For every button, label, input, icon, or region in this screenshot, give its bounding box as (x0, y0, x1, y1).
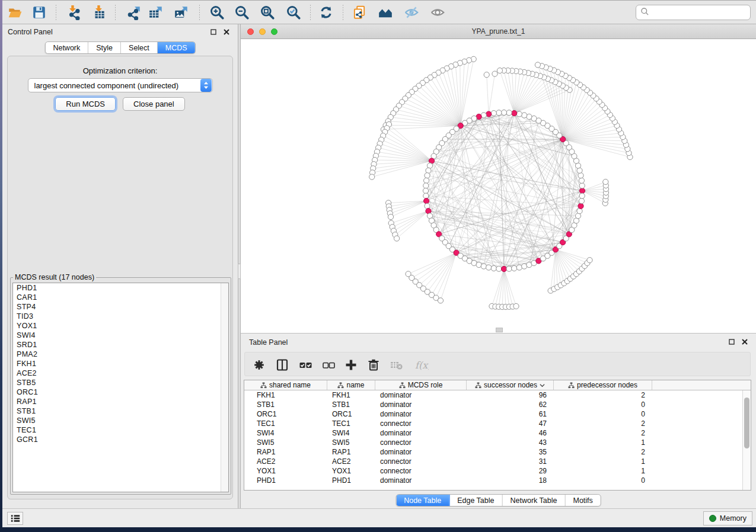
delete-columns-button[interactable] (366, 357, 381, 373)
mcds-result-item[interactable]: RAP1 (13, 397, 228, 406)
tab-select[interactable]: Select (121, 42, 158, 53)
mcds-result-item[interactable]: SRD1 (13, 340, 228, 350)
zoom-out-button[interactable] (232, 3, 251, 22)
show-all-button[interactable] (428, 3, 447, 22)
table-cell[interactable]: 18 (467, 476, 554, 485)
table-cell[interactable]: FKH1 (327, 390, 375, 400)
export-table-button[interactable] (146, 3, 165, 22)
scrollbar-thumb[interactable] (744, 398, 749, 448)
table-cell[interactable]: 1 (554, 466, 652, 476)
table-cell[interactable]: 0 (554, 476, 652, 485)
table-row[interactable]: YOX1YOX1connector291 (244, 466, 751, 476)
mcds-result-item[interactable]: SWI4 (13, 331, 228, 340)
refresh-network-button[interactable] (317, 3, 336, 22)
table-row[interactable]: TEC1TEC1connector472 (244, 419, 751, 428)
float-panel-icon[interactable] (209, 28, 218, 36)
table-cell[interactable]: 47 (467, 419, 554, 428)
first-neighbors-button[interactable] (376, 3, 395, 22)
table-cell[interactable]: SWI4 (244, 428, 327, 438)
tab-motifs[interactable]: Motifs (565, 495, 600, 506)
create-column-button[interactable] (343, 357, 359, 373)
table-cell[interactable]: YOX1 (244, 466, 327, 476)
mcds-result-list[interactable]: PHD1CAR1STP4TID3YOX1SWI4SRD1PMA2FKH1ACE2… (12, 283, 229, 492)
table-cell[interactable]: ACE2 (244, 457, 327, 466)
float-table-panel-icon[interactable] (728, 338, 736, 346)
show-column-button[interactable] (275, 357, 290, 373)
table-cell[interactable]: 29 (467, 466, 554, 476)
search-input[interactable] (649, 7, 750, 18)
table-cell[interactable]: SWI5 (327, 438, 375, 447)
table-scrollbar[interactable] (742, 390, 751, 490)
table-cell[interactable]: 35 (467, 447, 554, 457)
table-row[interactable]: RAP1RAP1dominator352 (244, 447, 751, 457)
table-row[interactable]: PHD1PHD1dominator180 (244, 476, 751, 485)
mcds-result-item[interactable]: STP4 (13, 302, 228, 312)
optimization-select[interactable]: largest connected component (undirected) (28, 78, 213, 92)
table-cell[interactable]: STB1 (327, 400, 375, 409)
table-cell[interactable]: FKH1 (244, 390, 327, 400)
list-scrollbar[interactable] (221, 283, 228, 492)
export-image-button[interactable] (172, 3, 191, 22)
table-cell[interactable]: 1 (554, 438, 652, 447)
table-cell[interactable]: RAP1 (244, 447, 327, 457)
memory-button[interactable]: Memory (703, 511, 752, 525)
table-cell[interactable]: 62 (467, 400, 554, 409)
network-graph[interactable] (241, 39, 756, 333)
table-cell[interactable]: 43 (467, 438, 554, 447)
horizontal-splitter-handle[interactable] (496, 328, 503, 332)
table-cell[interactable]: ORC1 (244, 409, 327, 419)
export-network-button[interactable] (125, 3, 143, 22)
table-cell[interactable]: 2 (554, 428, 652, 438)
network-canvas[interactable] (241, 39, 756, 333)
mcds-result-item[interactable]: GCR1 (13, 435, 228, 444)
open-session-button[interactable] (5, 3, 24, 22)
table-cell[interactable]: connector (375, 419, 467, 428)
import-table-button[interactable] (90, 3, 109, 22)
table-cell[interactable]: 2 (554, 419, 652, 428)
table-cell[interactable]: 1 (554, 457, 652, 466)
zoom-fit-button[interactable] (258, 3, 277, 22)
table-cell[interactable]: dominator (375, 390, 467, 400)
table-cell[interactable]: dominator (375, 476, 467, 485)
table-cell[interactable]: 2 (554, 390, 652, 400)
table-cell[interactable]: SWI4 (327, 428, 375, 438)
column-header-MCDS-role[interactable]: MCDS role (375, 380, 467, 390)
select-all-columns-button[interactable] (298, 357, 313, 373)
table-cell[interactable]: 61 (467, 409, 554, 419)
table-cell[interactable]: 96 (467, 390, 554, 400)
tab-node-table[interactable]: Node Table (396, 495, 449, 506)
table-cell[interactable]: ORC1 (327, 409, 375, 419)
table-row[interactable]: SWI4SWI4dominator462 (244, 428, 751, 438)
import-network-button[interactable] (63, 3, 82, 22)
table-cell[interactable]: connector (375, 466, 467, 476)
tab-edge-table[interactable]: Edge Table (449, 495, 502, 506)
table-row[interactable]: ACE2ACE2connector311 (244, 457, 751, 466)
mcds-result-item[interactable]: PHD1 (13, 283, 228, 293)
table-cell[interactable]: ACE2 (327, 457, 375, 466)
table-cell[interactable]: PHD1 (244, 476, 327, 485)
close-table-panel-icon[interactable] (741, 338, 749, 346)
mcds-result-item[interactable]: CAR1 (13, 293, 228, 302)
table-cell[interactable]: TEC1 (327, 419, 375, 428)
table-cell[interactable]: connector (375, 457, 467, 466)
column-header-successor-nodes[interactable]: successor nodes (467, 380, 554, 390)
table-cell[interactable]: connector (375, 438, 467, 447)
table-cell[interactable]: dominator (375, 400, 467, 409)
hide-selected-button[interactable] (402, 3, 421, 22)
close-panel-icon[interactable] (222, 28, 231, 36)
mcds-result-item[interactable]: YOX1 (13, 321, 228, 331)
tab-style[interactable]: Style (88, 42, 121, 53)
zoom-selected-button[interactable] (284, 3, 303, 22)
table-cell[interactable]: PHD1 (327, 476, 375, 485)
mcds-result-item[interactable]: ORC1 (13, 387, 228, 397)
table-cell[interactable]: 0 (554, 409, 652, 419)
table-cell[interactable]: 31 (467, 457, 554, 466)
table-cell[interactable]: 46 (467, 428, 554, 438)
table-cell[interactable]: RAP1 (327, 447, 375, 457)
table-row[interactable]: FKH1FKH1dominator962 (244, 390, 751, 400)
table-cell[interactable]: TEC1 (244, 419, 327, 428)
table-cell[interactable]: YOX1 (327, 466, 375, 476)
task-history-button[interactable] (7, 512, 23, 525)
mcds-result-item[interactable]: STB1 (13, 406, 228, 416)
table-cell[interactable]: 0 (554, 400, 652, 409)
